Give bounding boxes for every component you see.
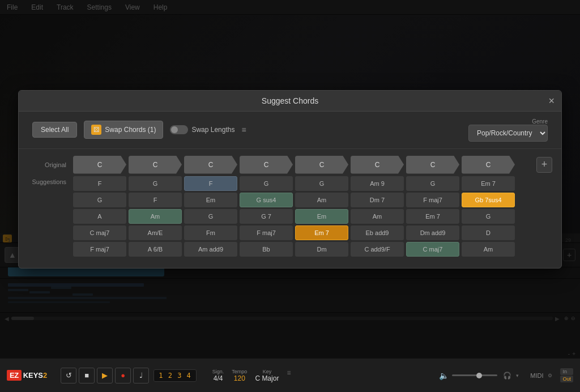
original-chord-7[interactable]: C [462,156,515,174]
original-row: Original C C C C C C C C + [28,156,552,174]
modal-overlay: Suggest Chords × Select All ⚄ Swap Chord… [0,0,580,358]
add-chord-btn[interactable]: + [536,157,552,173]
time-display: 1 2 3 4 [153,369,197,382]
midi-in: In [560,368,573,375]
sug-2-7[interactable]: G [462,209,515,224]
original-chords: C C C C C C C C [73,156,534,174]
sug-0-4[interactable]: G [295,176,348,191]
sug-3-4[interactable]: Em 7 [295,225,348,240]
headphone-icon: 🎧 [503,372,511,380]
volume-slider[interactable] [452,374,497,376]
sug-2-0[interactable]: A [73,209,126,224]
volume-icon: 🔈 [439,371,449,380]
sug-4-7[interactable]: Am [462,242,515,257]
volume-thumb [476,373,482,378]
controls-row: Select All ⚄ Swap Chords (1) Swap Length… [19,112,561,149]
sug-3-0[interactable]: C maj7 [73,225,126,240]
midi-out: Out [560,376,573,382]
sug-1-1[interactable]: F [129,193,182,207]
modal-header: Suggest Chords × [19,91,561,112]
suggestion-row-2: A Am G G 7 Em Am Em 7 G [73,209,515,224]
swap-lengths-toggle[interactable]: Swap Lengths [170,125,234,134]
sug-3-1[interactable]: Am/E [129,225,182,240]
sug-4-3[interactable]: Bb [240,242,293,257]
ez-badge: EZ [7,370,22,381]
sug-1-7[interactable]: Gb 7sus4 [462,193,515,207]
stop-btn[interactable]: ■ [79,368,95,384]
sug-0-1[interactable]: G [129,176,182,191]
sug-4-1[interactable]: A 6/B [129,242,182,257]
sug-1-5[interactable]: Dm 7 [351,193,404,207]
sug-1-3[interactable]: G sus4 [240,193,293,207]
keys-text: KEYS [23,371,43,380]
divider-icon[interactable]: ≡ [241,125,246,134]
sug-0-2[interactable]: F [184,176,237,191]
original-chord-3[interactable]: C [240,156,293,174]
toggle-thumb [171,126,178,133]
loop-btn[interactable]: ↺ [61,368,76,384]
suggestion-row-4: F maj7 A 6/B Am add9 Bb Dm C add9/F C ma… [73,242,515,257]
headphone-chevron: ▾ [516,373,519,378]
sug-0-5[interactable]: Am 9 [351,176,404,191]
play-btn[interactable]: ▶ [97,368,113,384]
sug-2-1[interactable]: Am [129,209,182,224]
midi-in-out: In Out [560,368,573,382]
original-chord-0[interactable]: C [73,156,126,174]
sug-4-6[interactable]: C maj7 [406,242,459,257]
modal-close-btn[interactable]: × [548,96,555,106]
sug-0-7[interactable]: Em 7 [462,176,515,191]
sign-tempo-key: Sign. 4/4 Tempo 120 Key C Major ≡ [212,369,291,382]
sug-2-3[interactable]: G 7 [240,209,293,224]
sug-4-2[interactable]: Am add9 [184,242,237,257]
sug-1-4[interactable]: Am [295,193,348,207]
sug-2-2[interactable]: G [184,209,237,224]
key[interactable]: Key C Major [255,369,279,382]
sug-1-2[interactable]: Em [184,193,237,207]
toggle-track[interactable] [170,125,188,134]
suggestion-row-3: C maj7 Am/E Fm F maj7 Em 7 Eb add9 Dm ad… [73,225,515,240]
tempo[interactable]: Tempo 120 [232,369,247,382]
sug-4-4[interactable]: Dm [295,242,348,257]
original-label: Original [28,161,73,168]
sug-3-3[interactable]: F maj7 [240,225,293,240]
record-btn[interactable]: ● [115,368,131,384]
suggest-chords-modal: Suggest Chords × Select All ⚄ Swap Chord… [18,90,562,269]
suggestion-row-0: F G F G G Am 9 G Em 7 [73,176,515,191]
metronome-btn[interactable]: ♩ [133,368,149,384]
ez-logo: EZ KEYS 2 [7,370,47,381]
genre-label: Genre [532,118,548,125]
time-signature[interactable]: Sign. 4/4 [212,369,224,382]
original-chord-4[interactable]: C [295,156,348,174]
dice-icon: ⚄ [91,125,101,135]
status-bar: EZ KEYS 2 ↺ ■ ▶ ● ♩ 1 2 3 4 Sign. 4/4 Te… [0,358,580,392]
sug-3-7[interactable]: D [462,225,515,240]
sug-0-6[interactable]: G [406,176,459,191]
sug-2-6[interactable]: Em 7 [406,209,459,224]
original-chord-6[interactable]: C [406,156,459,174]
suggestions-section: F G F G G Am 9 G Em 7 G F Em G sus4 [73,176,515,257]
sug-4-0[interactable]: F maj7 [73,242,126,257]
sug-3-5[interactable]: Eb add9 [351,225,404,240]
settings-icon[interactable]: ≡ [287,369,291,382]
original-chord-5[interactable]: C [351,156,404,174]
original-chord-1[interactable]: C [129,156,182,174]
sug-4-5[interactable]: C add9/F [351,242,404,257]
sug-0-3[interactable]: G [240,176,293,191]
sug-3-6[interactable]: Dm add9 [406,225,459,240]
genre-select[interactable]: Pop/Rock/Country [468,125,548,142]
suggestions-label: Suggestions [28,176,73,185]
volume-area: 🔈 🎧 ▾ [439,371,519,380]
swap-chords-btn[interactable]: ⚄ Swap Chords (1) [84,121,163,139]
original-chord-2[interactable]: C [184,156,237,174]
suggestion-row-1: G F Em G sus4 Am Dm 7 F maj7 Gb 7sus4 [73,193,515,207]
chord-grid: Original C C C C C C C C + Suggestions [19,149,561,268]
sug-2-5[interactable]: Am [351,209,404,224]
modal-title: Suggest Chords [262,96,318,105]
sug-1-0[interactable]: G [73,193,126,207]
select-all-btn[interactable]: Select All [32,122,77,138]
sug-1-6[interactable]: F maj7 [406,193,459,207]
sug-3-2[interactable]: Fm [184,225,237,240]
sug-2-4[interactable]: Em [295,209,348,224]
sug-0-0[interactable]: F [73,176,126,191]
midi-settings-icon[interactable]: ⚙ [548,373,552,378]
